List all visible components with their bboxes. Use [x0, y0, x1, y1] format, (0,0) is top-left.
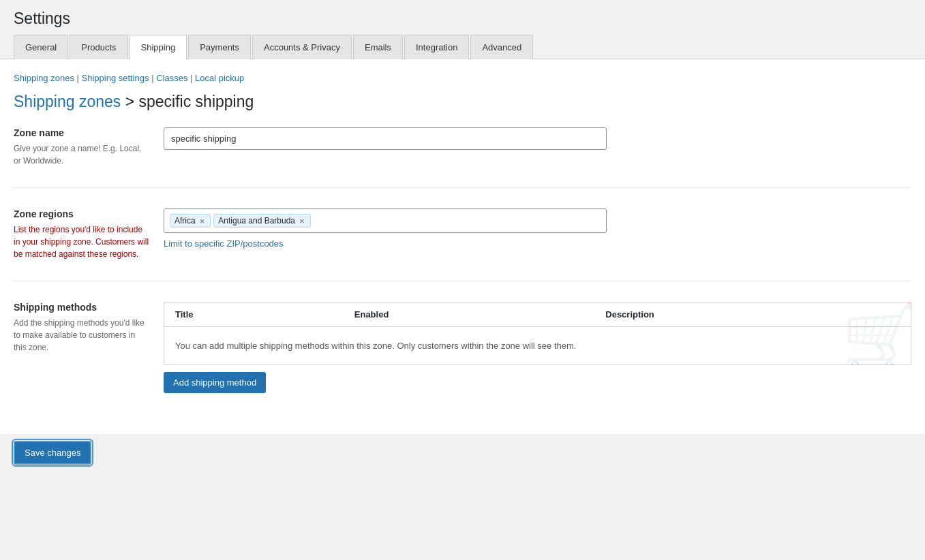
methods-table-col: Title Enabled Description You can add mu… [164, 302, 911, 407]
zone-regions-description: List the regions you'd like to include i… [14, 223, 150, 260]
sub-nav-shipping-zones[interactable]: Shipping zones [14, 73, 74, 83]
bottom-bar: Save changes [0, 434, 925, 471]
methods-table: Title Enabled Description You can add mu… [164, 302, 911, 365]
zip-postcodes-link[interactable]: Limit to specific ZIP/postcodes [164, 238, 284, 249]
zone-name-input[interactable] [164, 127, 607, 150]
methods-description: Add the shipping methods you'd like to m… [14, 317, 150, 354]
methods-col-title: Title [164, 302, 344, 327]
sub-nav: Shipping zones | Shipping settings | Cla… [14, 73, 911, 83]
tag-africa-remove[interactable]: × [198, 217, 207, 225]
tab-emails[interactable]: Emails [353, 35, 403, 59]
methods-empty-message: You can add multiple shipping methods wi… [164, 327, 911, 365]
sub-nav-shipping-settings[interactable]: Shipping settings [82, 73, 149, 83]
zone-name-section: Zone name Give your zone a name! E.g. Lo… [14, 127, 911, 188]
tabs-bar: General Products Shipping Payments Accou… [0, 35, 925, 59]
methods-table-wrapper: Title Enabled Description You can add mu… [164, 302, 911, 365]
tag-africa-label: Africa [175, 216, 196, 225]
methods-table-body: You can add multiple shipping methods wi… [164, 327, 911, 365]
tab-payments[interactable]: Payments [188, 35, 251, 59]
methods-table-head: Title Enabled Description [164, 302, 911, 327]
methods-empty-row: You can add multiple shipping methods wi… [164, 327, 911, 365]
content-area: Shipping zones | Shipping settings | Cla… [0, 59, 925, 434]
zone-regions-section: Zone regions List the regions you'd like… [14, 208, 911, 281]
zone-name-description: Give your zone a name! E.g. Local, or Wo… [14, 142, 150, 167]
tag-antigua-label: Antigua and Barbuda [218, 216, 295, 225]
zone-regions-label-col: Zone regions List the regions you'd like… [14, 208, 164, 260]
page-wrapper: Settings General Products Shipping Payme… [0, 0, 925, 560]
zone-name-input-col [164, 127, 911, 167]
sub-nav-local-pickup[interactable]: Local pickup [195, 73, 244, 83]
sub-nav-sep1: | [77, 73, 82, 83]
zone-regions-tags-input[interactable]: Africa × Antigua and Barbuda × [164, 208, 607, 233]
zone-name-heading: Zone name [14, 127, 150, 138]
breadcrumb-current: specific shipping [139, 93, 254, 110]
breadcrumb-link[interactable]: Shipping zones [14, 93, 121, 110]
tab-shipping[interactable]: Shipping [130, 35, 187, 59]
tag-africa: Africa × [170, 214, 211, 228]
tab-advanced[interactable]: Advanced [470, 35, 533, 59]
tab-accounts-privacy[interactable]: Accounts & Privacy [252, 35, 352, 59]
tab-integration[interactable]: Integration [404, 35, 469, 59]
methods-label-col: Shipping methods Add the shipping method… [14, 302, 164, 407]
tag-antigua: Antigua and Barbuda × [213, 214, 310, 228]
breadcrumb: Shipping zones > specific shipping [14, 93, 911, 111]
methods-col-description: Description [594, 302, 911, 327]
breadcrumb-separator: > [125, 93, 139, 110]
methods-heading: Shipping methods [14, 302, 150, 313]
tab-general[interactable]: General [14, 35, 68, 59]
page-title: Settings [0, 0, 925, 35]
sub-nav-sep3: | [190, 73, 195, 83]
methods-table-header-row: Title Enabled Description [164, 302, 911, 327]
shipping-methods-section: Shipping methods Add the shipping method… [14, 302, 911, 407]
methods-col-enabled: Enabled [344, 302, 595, 327]
tab-products[interactable]: Products [70, 35, 127, 59]
zone-name-label-col: Zone name Give your zone a name! E.g. Lo… [14, 127, 164, 167]
tag-antigua-remove[interactable]: × [298, 217, 306, 225]
zone-regions-input-col: Africa × Antigua and Barbuda × Limit to … [164, 208, 911, 260]
save-changes-button[interactable]: Save changes [14, 441, 91, 465]
zone-regions-heading: Zone regions [14, 208, 150, 219]
sub-nav-classes[interactable]: Classes [156, 73, 187, 83]
add-shipping-method-button[interactable]: Add shipping method [164, 372, 266, 393]
